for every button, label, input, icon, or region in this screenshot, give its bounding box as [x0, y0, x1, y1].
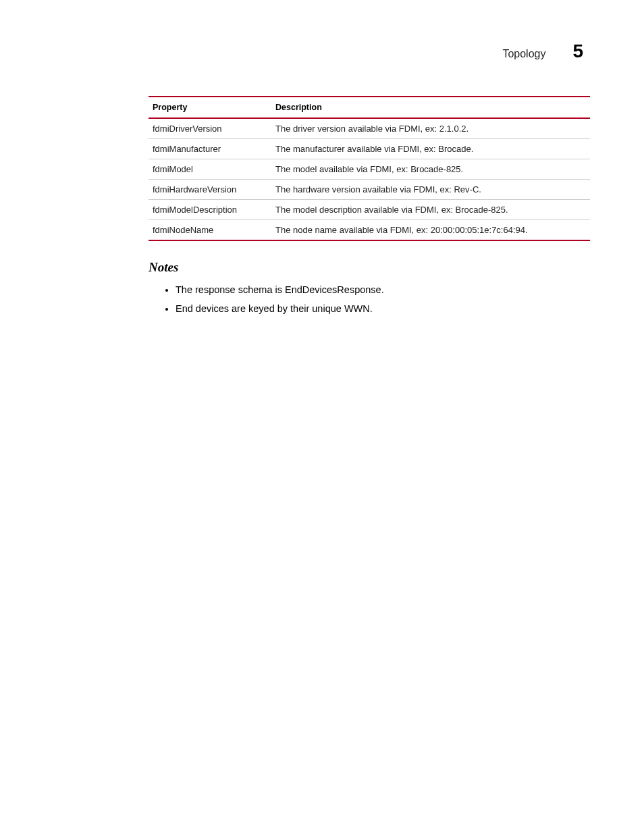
- cell-property: fdmiModel: [149, 159, 271, 180]
- cell-description: The driver version available via FDMI, e…: [271, 118, 590, 139]
- notes-list: The response schema is EndDevicesRespons…: [149, 283, 590, 316]
- cell-property: fdmiManufacturer: [149, 139, 271, 159]
- table-row: fdmiDriverVersion The driver version ava…: [149, 118, 590, 139]
- properties-table: Property Description fdmiDriverVersion T…: [149, 96, 590, 241]
- header-chapter-number: 5: [572, 41, 583, 62]
- cell-description: The hardware version available via FDMI,…: [271, 180, 590, 200]
- table-row: fdmiModelDescription The model descripti…: [149, 200, 590, 220]
- cell-property: fdmiHardwareVersion: [149, 180, 271, 200]
- notes-heading: Notes: [149, 260, 590, 275]
- table-header-description: Description: [271, 97, 590, 118]
- table-row: fdmiModel The model available via FDMI, …: [149, 159, 590, 180]
- table-header-row: Property Description: [149, 97, 590, 118]
- table-row: fdmiNodeName The node name available via…: [149, 220, 590, 241]
- cell-description: The manufacturer available via FDMI, ex:…: [271, 139, 590, 159]
- cell-description: The model description available via FDMI…: [271, 200, 590, 220]
- list-item: End devices are keyed by their unique WW…: [176, 302, 590, 315]
- cell-property: fdmiNodeName: [149, 220, 271, 241]
- table-row: fdmiHardwareVersion The hardware version…: [149, 180, 590, 200]
- cell-property: fdmiModelDescription: [149, 200, 271, 220]
- table-row: fdmiManufacturer The manufacturer availa…: [149, 139, 590, 159]
- page-header: Topology 5: [54, 41, 590, 62]
- list-item: The response schema is EndDevicesRespons…: [176, 283, 590, 296]
- cell-description: The node name available via FDMI, ex: 20…: [271, 220, 590, 241]
- header-section-title: Topology: [502, 48, 545, 60]
- cell-property: fdmiDriverVersion: [149, 118, 271, 139]
- cell-description: The model available via FDMI, ex: Brocad…: [271, 159, 590, 180]
- table-header-property: Property: [149, 97, 271, 118]
